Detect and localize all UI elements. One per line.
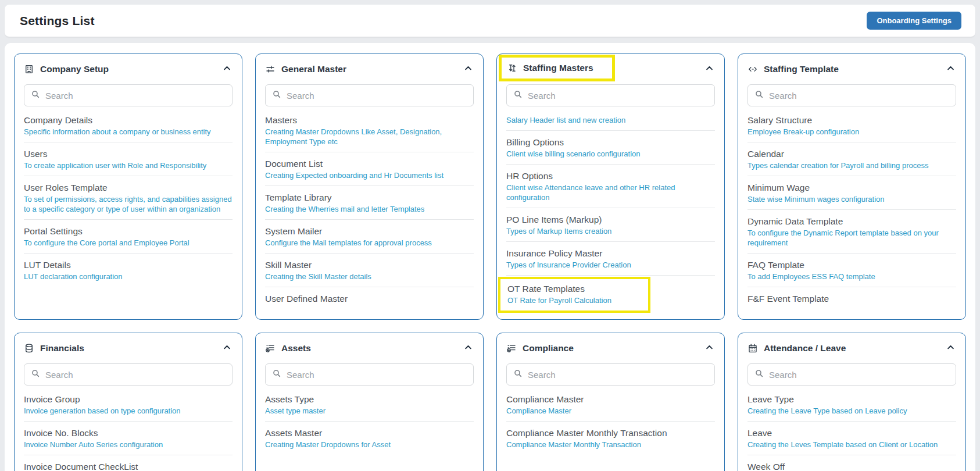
list-item-subtitle: Creating Master Dropdowns Like Asset, De… bbox=[265, 127, 474, 147]
list-item[interactable]: Minimum Wage State wise Minimum wages co… bbox=[747, 176, 956, 210]
card-header: Company Setup bbox=[24, 61, 233, 77]
list-item-subtitle: Configure the Mail templates for approva… bbox=[265, 238, 474, 248]
building-icon bbox=[24, 64, 34, 74]
search-icon bbox=[272, 90, 281, 101]
list-item[interactable]: Users To create application user with Ro… bbox=[24, 142, 233, 176]
list-item[interactable]: OT Rate Templates OT Rate for Payroll Ca… bbox=[506, 276, 715, 312]
search-icon bbox=[513, 369, 523, 380]
list-item-title: HR Options bbox=[506, 170, 715, 182]
list-item-title: LUT Details bbox=[24, 259, 233, 271]
list-item-content: Assets Master Creating Master Dropdowns … bbox=[265, 427, 474, 449]
list-item[interactable]: Skill Master Creating the Skill Master d… bbox=[265, 254, 474, 287]
search-icon bbox=[754, 90, 764, 101]
chevron-up-icon bbox=[705, 64, 714, 74]
card-header: Compliance bbox=[506, 340, 715, 356]
card-staffing-template: Staffing Template Salary Structure Emplo… bbox=[738, 53, 966, 320]
collapse-button[interactable] bbox=[704, 63, 715, 76]
list-item[interactable]: LUT Details LUT declaration configuratio… bbox=[24, 254, 233, 287]
card-item-list: Invoice Group Invoice generation based o… bbox=[24, 388, 233, 471]
chevron-up-icon bbox=[705, 343, 714, 354]
list-item-subtitle: Creating the Leves Template based on Cli… bbox=[747, 440, 956, 449]
list-item[interactable]: User Roles Template To set of permission… bbox=[24, 176, 233, 220]
list-item[interactable]: Compliance Master Monthly Transaction Co… bbox=[506, 422, 715, 455]
list-item-content: LUT Details LUT declaration configuratio… bbox=[24, 259, 233, 281]
collapse-button[interactable] bbox=[945, 63, 956, 76]
search-input[interactable] bbox=[287, 91, 467, 101]
card-header-left: Staffing Template bbox=[747, 64, 839, 74]
search-input[interactable] bbox=[528, 91, 708, 101]
list-item-title: Salary Structure bbox=[747, 115, 956, 126]
collapse-button[interactable] bbox=[463, 63, 474, 76]
list-item[interactable]: FAQ Template To add Employees ESS FAQ te… bbox=[747, 254, 956, 287]
list-item[interactable]: Leave Type Creating the Leave Type based… bbox=[747, 388, 956, 422]
list-item[interactable]: PO Line Items (Markup) Types of Markup I… bbox=[506, 208, 715, 242]
onboarding-settings-button[interactable]: Onboarding Settings bbox=[867, 12, 961, 30]
card-header-left: Assets bbox=[265, 343, 311, 354]
list-item[interactable]: Masters Creating Master Dropdowns Like A… bbox=[265, 109, 474, 152]
collapse-button[interactable] bbox=[221, 342, 233, 355]
list-item-subtitle: LUT declaration configuration bbox=[24, 272, 233, 281]
card-title: Financials bbox=[40, 343, 84, 354]
chevron-up-icon bbox=[946, 64, 955, 74]
list-item-title: Invoice Document CheckList bbox=[24, 461, 233, 471]
search-input[interactable] bbox=[528, 370, 708, 380]
card-header-left: Compliance bbox=[506, 343, 574, 354]
list-item[interactable]: Assets Master Creating Master Dropdowns … bbox=[265, 422, 474, 455]
card-header: Attendance / Leave bbox=[747, 340, 956, 356]
card-general-master: General Master Masters Creating Master D… bbox=[255, 53, 484, 320]
list-item-subtitle: Creating the Wherries mail and letter Te… bbox=[265, 204, 474, 214]
highlight-box-header: Staffing Masters bbox=[499, 55, 615, 81]
list-item[interactable]: Salary Header list and new creation bbox=[506, 109, 715, 131]
collapse-button[interactable] bbox=[945, 342, 956, 355]
collapse-button[interactable] bbox=[221, 63, 233, 76]
list-item[interactable]: Salary Structure Employee Break-up confi… bbox=[747, 109, 956, 142]
list-item-title: Leave Type bbox=[747, 394, 956, 405]
list-item[interactable]: F&F Event Template bbox=[747, 287, 956, 310]
list-item[interactable]: HR Options Client wise Attendance leave … bbox=[506, 165, 715, 208]
search-input[interactable] bbox=[287, 370, 467, 380]
list-item[interactable]: Billing Options Client wise billing scen… bbox=[506, 131, 715, 165]
list-item-title: OT Rate Templates bbox=[507, 283, 642, 295]
search-input[interactable] bbox=[45, 370, 226, 380]
card-assets: Assets Assets Type Asset type master Ass… bbox=[255, 333, 484, 471]
list-item[interactable]: Insurance Policy Master Types of Insuran… bbox=[506, 242, 715, 276]
list-item[interactable]: Leave Creating the Leves Template based … bbox=[747, 422, 956, 455]
list-item-subtitle: Creating the Leave Type based on Leave p… bbox=[747, 406, 956, 416]
list-item[interactable]: Assets Type Asset type master bbox=[265, 388, 474, 422]
search-input[interactable] bbox=[769, 370, 949, 380]
list-item-subtitle: Types calendar creation for Payroll and … bbox=[747, 160, 956, 170]
card-item-list: Leave Type Creating the Leave Type based… bbox=[747, 388, 956, 471]
card-company-setup: Company Setup Company Details Specific i… bbox=[14, 53, 242, 320]
list-item-content: Compliance Master Compliance Master bbox=[506, 394, 715, 416]
list-item-subtitle: Compliance Master bbox=[506, 406, 715, 416]
collapse-button[interactable] bbox=[704, 342, 715, 355]
list-add-icon bbox=[265, 343, 276, 354]
list-item[interactable]: Calendar Types calendar creation for Pay… bbox=[747, 142, 956, 176]
card-header: General Master bbox=[265, 61, 474, 77]
list-item[interactable]: Invoice No. Blocks Invoice Number Auto S… bbox=[24, 422, 233, 455]
list-item[interactable]: Invoice Document CheckList bbox=[24, 455, 233, 471]
list-item[interactable]: Invoice Group Invoice generation based o… bbox=[24, 388, 233, 422]
card-item-list: Salary Header list and new creation Bill… bbox=[506, 109, 715, 312]
chevron-up-icon bbox=[223, 343, 231, 354]
list-item[interactable]: Compliance Master Compliance Master bbox=[506, 388, 715, 422]
list-item-content: Invoice No. Blocks Invoice Number Auto S… bbox=[24, 427, 233, 449]
list-item-content: System Mailer Configure the Mail templat… bbox=[265, 226, 474, 248]
list-item[interactable]: Dynamic Data Template To configure the D… bbox=[747, 210, 956, 254]
card-compliance: Compliance Compliance Master Compliance … bbox=[496, 333, 725, 471]
list-item[interactable]: Company Details Specific information abo… bbox=[24, 109, 233, 142]
list-item[interactable]: Document List Creating Expected onboardi… bbox=[265, 152, 474, 186]
list-item-content: User Roles Template To set of permission… bbox=[24, 182, 233, 214]
list-item[interactable]: Week Off bbox=[747, 455, 956, 471]
list-item[interactable]: Template Library Creating the Wherries m… bbox=[265, 186, 474, 220]
list-item-subtitle: Invoice generation based on type configu… bbox=[24, 406, 233, 416]
list-item-title: Week Off bbox=[747, 461, 956, 471]
list-item[interactable]: Portal Settings To configure the Core po… bbox=[24, 220, 233, 254]
search-input[interactable] bbox=[45, 91, 226, 101]
list-item-title: Compliance Master bbox=[506, 394, 715, 405]
list-item[interactable]: System Mailer Configure the Mail templat… bbox=[265, 220, 474, 254]
search-input[interactable] bbox=[769, 91, 949, 101]
list-item[interactable]: User Defined Master bbox=[265, 287, 474, 310]
database-icon bbox=[24, 343, 34, 354]
collapse-button[interactable] bbox=[463, 342, 474, 355]
